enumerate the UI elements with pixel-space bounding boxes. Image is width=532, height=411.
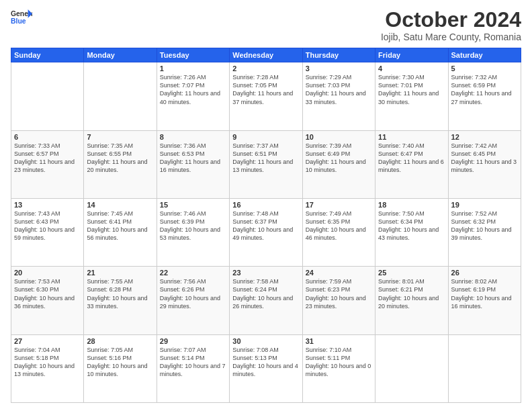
calendar-cell: 20Sunrise: 7:53 AM Sunset: 6:30 PM Dayli…: [11, 267, 84, 334]
main-title: October 2024: [381, 8, 521, 32]
calendar-cell: 28Sunrise: 7:05 AM Sunset: 5:16 PM Dayli…: [84, 334, 157, 402]
calendar-cell: 13Sunrise: 7:43 AM Sunset: 6:43 PM Dayli…: [11, 198, 84, 266]
logo-icon: General Blue: [11, 8, 32, 27]
calendar-cell: 27Sunrise: 7:04 AM Sunset: 5:18 PM Dayli…: [11, 334, 84, 402]
calendar-cell: 15Sunrise: 7:46 AM Sunset: 6:39 PM Dayli…: [157, 198, 229, 266]
day-number: 2: [232, 64, 299, 73]
day-number: 18: [378, 201, 445, 209]
day-number: 19: [451, 201, 518, 209]
calendar-cell: 25Sunrise: 8:01 AM Sunset: 6:21 PM Dayli…: [375, 267, 448, 334]
day-number: 10: [306, 133, 372, 141]
calendar-cell: 10Sunrise: 7:39 AM Sunset: 6:49 PM Dayli…: [302, 130, 375, 198]
calendar-cell: 30Sunrise: 7:08 AM Sunset: 5:13 PM Dayli…: [230, 334, 302, 402]
day-number: 15: [160, 201, 226, 209]
day-info: Sunrise: 7:04 AM Sunset: 5:18 PM Dayligh…: [14, 346, 81, 379]
title-block: October 2024 Iojib, Satu Mare County, Ro…: [381, 8, 521, 42]
calendar-week-1: 1Sunrise: 7:26 AM Sunset: 7:07 PM Daylig…: [11, 62, 521, 130]
calendar-cell: 26Sunrise: 8:02 AM Sunset: 6:19 PM Dayli…: [448, 267, 521, 334]
calendar-cell: 31Sunrise: 7:10 AM Sunset: 5:11 PM Dayli…: [302, 334, 375, 402]
day-info: Sunrise: 7:53 AM Sunset: 6:30 PM Dayligh…: [14, 277, 81, 310]
header: General Blue October 2024 Iojib, Satu Ma…: [11, 8, 521, 42]
day-info: Sunrise: 7:52 AM Sunset: 6:32 PM Dayligh…: [451, 210, 518, 242]
calendar-cell: 21Sunrise: 7:55 AM Sunset: 6:28 PM Dayli…: [84, 267, 157, 334]
calendar-cell: 11Sunrise: 7:40 AM Sunset: 6:47 PM Dayli…: [375, 130, 448, 198]
day-info: Sunrise: 7:10 AM Sunset: 5:11 PM Dayligh…: [306, 346, 372, 379]
day-number: 9: [232, 133, 299, 141]
day-number: 14: [87, 201, 153, 209]
day-number: 30: [232, 337, 299, 345]
day-info: Sunrise: 7:05 AM Sunset: 5:16 PM Dayligh…: [87, 346, 153, 379]
calendar-cell: 2Sunrise: 7:28 AM Sunset: 7:05 PM Daylig…: [230, 62, 302, 130]
day-info: Sunrise: 7:29 AM Sunset: 7:03 PM Dayligh…: [306, 73, 372, 106]
day-info: Sunrise: 8:02 AM Sunset: 6:19 PM Dayligh…: [451, 277, 518, 310]
day-info: Sunrise: 7:55 AM Sunset: 6:28 PM Dayligh…: [87, 277, 153, 310]
calendar-cell: 7Sunrise: 7:35 AM Sunset: 6:55 PM Daylig…: [84, 130, 157, 198]
calendar-cell: 22Sunrise: 7:56 AM Sunset: 6:26 PM Dayli…: [157, 267, 229, 334]
day-number: 20: [14, 269, 81, 277]
subtitle: Iojib, Satu Mare County, Romania: [381, 32, 521, 42]
day-number: 6: [14, 133, 81, 141]
day-info: Sunrise: 7:48 AM Sunset: 6:37 PM Dayligh…: [232, 210, 299, 242]
day-number: 1: [160, 64, 226, 73]
day-number: 25: [378, 269, 445, 277]
weekday-header-sunday: Sunday: [11, 48, 84, 62]
day-number: 27: [14, 337, 81, 345]
day-info: Sunrise: 7:37 AM Sunset: 6:51 PM Dayligh…: [232, 142, 299, 175]
calendar-cell: 6Sunrise: 7:33 AM Sunset: 6:57 PM Daylig…: [11, 130, 84, 198]
day-info: Sunrise: 7:28 AM Sunset: 7:05 PM Dayligh…: [232, 73, 299, 106]
calendar-cell: 29Sunrise: 7:07 AM Sunset: 5:14 PM Dayli…: [157, 334, 229, 402]
day-info: Sunrise: 7:26 AM Sunset: 7:07 PM Dayligh…: [160, 73, 226, 106]
calendar-cell: 4Sunrise: 7:30 AM Sunset: 7:01 PM Daylig…: [375, 62, 448, 130]
calendar-week-5: 27Sunrise: 7:04 AM Sunset: 5:18 PM Dayli…: [11, 334, 521, 402]
day-number: 4: [378, 64, 445, 73]
day-number: 21: [87, 269, 153, 277]
day-info: Sunrise: 7:46 AM Sunset: 6:39 PM Dayligh…: [160, 210, 226, 242]
weekday-header-wednesday: Wednesday: [230, 48, 302, 62]
day-info: Sunrise: 7:45 AM Sunset: 6:41 PM Dayligh…: [87, 210, 153, 242]
day-info: Sunrise: 7:33 AM Sunset: 6:57 PM Dayligh…: [14, 142, 81, 175]
day-info: Sunrise: 7:43 AM Sunset: 6:43 PM Dayligh…: [14, 210, 81, 242]
day-number: 31: [306, 337, 372, 345]
calendar-week-2: 6Sunrise: 7:33 AM Sunset: 6:57 PM Daylig…: [11, 130, 521, 198]
day-info: Sunrise: 7:49 AM Sunset: 6:35 PM Dayligh…: [306, 210, 372, 242]
calendar-week-4: 20Sunrise: 7:53 AM Sunset: 6:30 PM Dayli…: [11, 267, 521, 334]
day-info: Sunrise: 7:30 AM Sunset: 7:01 PM Dayligh…: [378, 73, 445, 106]
weekday-header-thursday: Thursday: [302, 48, 375, 62]
calendar-week-3: 13Sunrise: 7:43 AM Sunset: 6:43 PM Dayli…: [11, 198, 521, 266]
day-number: 12: [451, 133, 518, 141]
day-info: Sunrise: 7:35 AM Sunset: 6:55 PM Dayligh…: [87, 142, 153, 175]
day-info: Sunrise: 7:39 AM Sunset: 6:49 PM Dayligh…: [306, 142, 372, 175]
calendar-cell: 16Sunrise: 7:48 AM Sunset: 6:37 PM Dayli…: [230, 198, 302, 266]
day-info: Sunrise: 7:36 AM Sunset: 6:53 PM Dayligh…: [160, 142, 226, 175]
calendar-cell: 9Sunrise: 7:37 AM Sunset: 6:51 PM Daylig…: [230, 130, 302, 198]
calendar-cell: 19Sunrise: 7:52 AM Sunset: 6:32 PM Dayli…: [448, 198, 521, 266]
day-info: Sunrise: 8:01 AM Sunset: 6:21 PM Dayligh…: [378, 277, 445, 310]
calendar-cell: 3Sunrise: 7:29 AM Sunset: 7:03 PM Daylig…: [302, 62, 375, 130]
page: General Blue October 2024 Iojib, Satu Ma…: [0, 0, 532, 411]
calendar-cell: 14Sunrise: 7:45 AM Sunset: 6:41 PM Dayli…: [84, 198, 157, 266]
calendar-cell: [448, 334, 521, 402]
day-info: Sunrise: 7:42 AM Sunset: 6:45 PM Dayligh…: [451, 142, 518, 175]
day-info: Sunrise: 7:59 AM Sunset: 6:23 PM Dayligh…: [306, 277, 372, 310]
weekday-header-monday: Monday: [84, 48, 157, 62]
calendar-cell: [375, 334, 448, 402]
day-info: Sunrise: 7:08 AM Sunset: 5:13 PM Dayligh…: [232, 346, 299, 379]
day-number: 13: [14, 201, 81, 209]
day-number: 29: [160, 337, 226, 345]
weekday-header-tuesday: Tuesday: [157, 48, 229, 62]
calendar-cell: [84, 62, 157, 130]
day-info: Sunrise: 7:50 AM Sunset: 6:34 PM Dayligh…: [378, 210, 445, 242]
calendar-cell: 18Sunrise: 7:50 AM Sunset: 6:34 PM Dayli…: [375, 198, 448, 266]
weekday-header-row: SundayMondayTuesdayWednesdayThursdayFrid…: [11, 48, 521, 62]
calendar-cell: 12Sunrise: 7:42 AM Sunset: 6:45 PM Dayli…: [448, 130, 521, 198]
day-number: 16: [232, 201, 299, 209]
day-info: Sunrise: 7:32 AM Sunset: 6:59 PM Dayligh…: [451, 73, 518, 106]
day-number: 5: [451, 64, 518, 73]
logo: General Blue: [11, 8, 32, 27]
day-info: Sunrise: 7:58 AM Sunset: 6:24 PM Dayligh…: [232, 277, 299, 310]
day-number: 28: [87, 337, 153, 345]
day-number: 3: [306, 64, 372, 73]
weekday-header-friday: Friday: [375, 48, 448, 62]
calendar-cell: 17Sunrise: 7:49 AM Sunset: 6:35 PM Dayli…: [302, 198, 375, 266]
calendar-cell: 24Sunrise: 7:59 AM Sunset: 6:23 PM Dayli…: [302, 267, 375, 334]
